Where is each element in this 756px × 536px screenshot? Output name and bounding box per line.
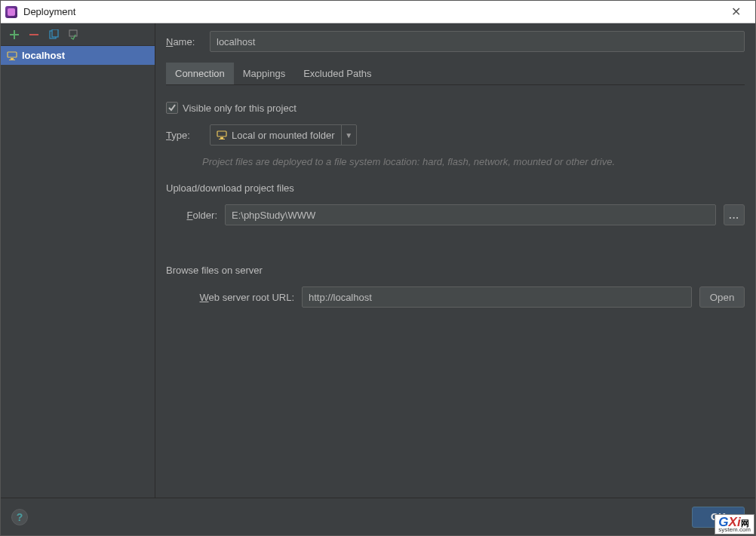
type-label: Type:: [166, 130, 202, 141]
folder-label: Folder:: [181, 210, 217, 221]
mark-default-icon[interactable]: [67, 29, 79, 41]
browse-folder-button[interactable]: ...: [724, 204, 745, 225]
watermark: GXi网 system.com: [715, 514, 754, 534]
open-button[interactable]: Open: [699, 286, 745, 308]
type-dropdown[interactable]: Local or mounted folder ▼: [210, 124, 357, 145]
app-icon: [5, 6, 17, 18]
tabs: Connection Mappings Excluded Paths: [166, 63, 745, 85]
add-icon[interactable]: [8, 29, 20, 41]
sidebar-item-label: localhost: [22, 50, 65, 61]
copy-icon[interactable]: [48, 29, 60, 41]
svg-rect-7: [220, 137, 223, 139]
type-value: Local or mounted folder: [232, 130, 335, 141]
svg-rect-6: [217, 131, 226, 136]
url-label: Web server root URL:: [181, 292, 294, 303]
server-icon: [7, 51, 17, 60]
type-hint: Project files are deployed to a file sys…: [166, 156, 745, 167]
url-input[interactable]: [302, 286, 692, 308]
svg-rect-8: [219, 139, 225, 139]
browse-section-title: Browse files on server: [166, 265, 745, 276]
folder-input[interactable]: [225, 204, 716, 225]
tab-connection[interactable]: Connection: [166, 63, 234, 84]
chevron-down-icon: ▼: [341, 125, 356, 145]
sidebar-list: localhost: [1, 46, 155, 498]
tab-mappings[interactable]: Mappings: [234, 63, 294, 84]
sidebar-item-localhost[interactable]: localhost: [1, 46, 155, 65]
name-input[interactable]: [210, 31, 745, 52]
upload-section-title: Upload/download project files: [166, 182, 745, 194]
content-panel: Name: Connection Mappings Excluded Paths…: [155, 23, 755, 498]
help-icon[interactable]: ?: [11, 509, 28, 525]
svg-rect-2: [69, 30, 77, 36]
svg-rect-1: [52, 29, 58, 37]
sidebar: localhost: [1, 23, 155, 498]
title-bar: Deployment ✕: [1, 1, 755, 23]
name-label: Name:: [166, 36, 202, 47]
tab-excluded-paths[interactable]: Excluded Paths: [294, 63, 380, 84]
tab-connection-body: Visible only for this project Type: Loca…: [166, 93, 745, 308]
svg-rect-3: [8, 52, 17, 57]
dialog-footer: ? OK: [1, 498, 755, 535]
server-icon: [217, 130, 227, 139]
remove-icon[interactable]: [28, 29, 40, 41]
visible-only-label: Visible only for this project: [183, 103, 297, 114]
svg-rect-5: [9, 60, 15, 60]
sidebar-toolbar: [1, 23, 155, 46]
visible-only-checkbox[interactable]: [166, 102, 178, 114]
close-icon[interactable]: ✕: [721, 5, 751, 19]
window-title: Deployment: [23, 6, 721, 17]
svg-rect-4: [11, 58, 14, 60]
